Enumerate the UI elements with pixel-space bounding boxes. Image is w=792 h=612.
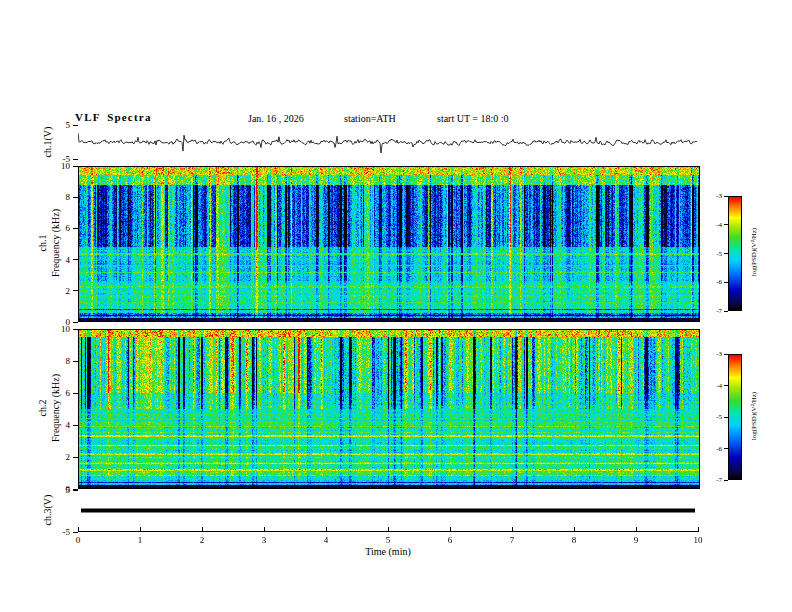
ch1-spectrogram-channel-label: ch.1 xyxy=(37,235,48,252)
tick-label: 6 xyxy=(66,388,71,398)
tick-mark xyxy=(724,480,728,481)
ch3-voltage-axis-label: ch.3(V) xyxy=(42,495,53,526)
ch1-frequency-axis-label: Frequency (kHz) xyxy=(50,209,61,277)
tick-label: 10 xyxy=(61,324,70,334)
tick-mark xyxy=(73,457,78,458)
tick-label: 10 xyxy=(694,535,703,545)
tick-mark xyxy=(724,448,728,449)
tick-label: 2 xyxy=(66,286,71,296)
tick-mark xyxy=(264,527,265,532)
tick-label: -5 xyxy=(716,413,722,421)
ch1-spectrogram-panel xyxy=(78,166,700,322)
ch2-colorbar xyxy=(728,354,742,480)
station-label: station=ATH xyxy=(344,113,396,124)
ch1-waveform-panel xyxy=(78,125,698,159)
tick-label: 8 xyxy=(66,192,71,202)
tick-mark xyxy=(73,329,78,330)
tick-label: 2 xyxy=(200,535,205,545)
tick-label: -4 xyxy=(716,221,722,229)
ch2-spectrogram-panel xyxy=(78,329,700,489)
ch1-waveform-canvas xyxy=(78,125,698,159)
tick-label: 6 xyxy=(448,535,453,545)
tick-mark xyxy=(724,224,728,225)
tick-label: 5 xyxy=(386,535,391,545)
tick-mark xyxy=(140,527,141,532)
tick-label: -4 xyxy=(716,382,722,390)
tick-mark xyxy=(73,259,78,260)
tick-label: 6 xyxy=(66,223,71,233)
tick-label: 4 xyxy=(324,535,329,545)
tick-label: -6 xyxy=(716,278,722,286)
tick-label: -6 xyxy=(716,445,722,453)
ch2-frequency-axis-label: Frequency (kHz) xyxy=(50,374,61,442)
tick-label: 1 xyxy=(138,535,143,545)
tick-mark xyxy=(512,527,513,532)
tick-mark xyxy=(636,527,637,532)
tick-mark xyxy=(724,282,728,283)
ch1-colorbar xyxy=(728,196,742,311)
tick-label: -3 xyxy=(716,350,722,358)
start-ut-label: start UT = 18:0 :0 xyxy=(437,113,509,124)
tick-label: -7 xyxy=(716,476,722,484)
tick-mark xyxy=(73,290,78,291)
tick-label: 5 xyxy=(66,120,71,130)
x-axis-label: Time (min) xyxy=(365,546,410,557)
tick-mark xyxy=(724,417,728,418)
tick-mark xyxy=(450,527,451,532)
ch1-colorbar-canvas xyxy=(729,197,741,310)
tick-mark xyxy=(73,490,78,491)
tick-mark xyxy=(724,196,728,197)
tick-mark xyxy=(73,197,78,198)
tick-label: -5 xyxy=(716,250,722,258)
figure-title: VLF Spectra xyxy=(75,111,152,123)
ch2-spectrogram-canvas xyxy=(79,330,699,488)
tick-mark xyxy=(73,393,78,394)
tick-mark xyxy=(724,253,728,254)
tick-mark xyxy=(202,527,203,532)
tick-label: -5 xyxy=(63,527,71,537)
tick-mark xyxy=(574,527,575,532)
tick-mark xyxy=(698,527,699,532)
ch3-waveform-panel xyxy=(78,490,698,532)
tick-label: 3 xyxy=(262,535,267,545)
tick-label: -3 xyxy=(716,192,722,200)
tick-mark xyxy=(73,322,78,323)
tick-mark xyxy=(724,354,728,355)
tick-mark xyxy=(78,527,79,532)
tick-mark xyxy=(388,527,389,532)
ch2-spectrogram-channel-label: ch.2 xyxy=(37,400,48,417)
tick-mark xyxy=(73,228,78,229)
tick-mark xyxy=(73,159,78,160)
tick-mark xyxy=(724,385,728,386)
tick-label: 8 xyxy=(572,535,577,545)
tick-mark xyxy=(73,166,78,167)
tick-label: 9 xyxy=(634,535,639,545)
tick-mark xyxy=(326,527,327,532)
ch1-colorbar-label: log(PSD)(V²/Hz) xyxy=(750,228,758,276)
ch2-colorbar-label: log(PSD)(V²/Hz) xyxy=(750,392,758,440)
tick-label: 8 xyxy=(66,356,71,366)
tick-mark xyxy=(724,311,728,312)
tick-mark xyxy=(73,361,78,362)
tick-label: 0 xyxy=(76,535,81,545)
tick-mark xyxy=(73,125,78,126)
tick-label: 7 xyxy=(510,535,515,545)
ch1-voltage-axis-label: ch.1(V) xyxy=(42,127,53,158)
ch2-colorbar-canvas xyxy=(729,355,741,479)
ch1-spectrogram-canvas xyxy=(79,167,699,321)
tick-label: 4 xyxy=(66,255,71,265)
tick-label: 2 xyxy=(66,452,71,462)
tick-label: 5 xyxy=(66,485,71,495)
ch3-waveform-canvas xyxy=(78,490,698,531)
tick-mark xyxy=(73,425,78,426)
vlf-spectra-figure: VLF Spectra Jan. 16 , 2026 station=ATH s… xyxy=(0,0,792,612)
tick-label: -7 xyxy=(716,307,722,315)
tick-label: 10 xyxy=(61,161,70,171)
tick-label: 4 xyxy=(66,420,71,430)
date-label: Jan. 16 , 2026 xyxy=(248,113,304,124)
